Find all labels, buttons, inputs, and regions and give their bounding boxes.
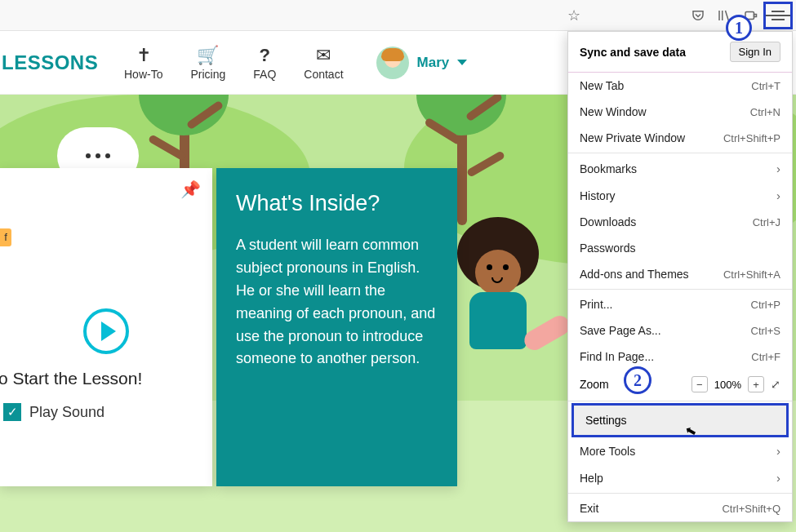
menu-new-private-window[interactable]: New Private WindowCtrl+Shift+P <box>568 125 792 151</box>
menu-find-in-page[interactable]: Find In Page...Ctrl+F <box>568 344 792 370</box>
pocket-icon[interactable] <box>685 4 711 27</box>
sign-in-button[interactable]: Sign In <box>730 42 780 62</box>
app-menu: Sync and save data Sign In New TabCtrl+T… <box>567 31 793 522</box>
settings-label: Settings <box>585 414 627 427</box>
menu-sync-row[interactable]: Sync and save data Sign In <box>568 32 792 73</box>
menu-item-hint: Ctrl+Shift+Q <box>722 503 780 515</box>
menu-item-label: Help <box>580 472 603 485</box>
sync-label: Sync and save data <box>580 46 686 59</box>
zoom-value: 100% <box>714 379 741 391</box>
menu-item-label: Find In Page... <box>580 350 654 363</box>
fullscreen-icon[interactable]: ⤢ <box>771 378 780 391</box>
cross-icon: ✝ <box>136 45 151 66</box>
menu-item-hint: Ctrl+F <box>751 351 780 363</box>
student-illustration <box>457 217 547 364</box>
zoom-out-button[interactable]: − <box>691 376 708 392</box>
zoom-label: Zoom <box>580 378 609 391</box>
brand-title[interactable]: LESSONS <box>2 51 83 74</box>
menu-item-label: New Private Window <box>580 131 685 144</box>
menu-item-label: Exit <box>580 502 598 515</box>
menu-item-hint: Ctrl+Shift+A <box>723 268 780 281</box>
pin-icon[interactable]: 📌 <box>180 180 201 199</box>
menu-item-label: New Window <box>580 105 647 118</box>
menu-item-hint: Ctrl+P <box>751 299 780 311</box>
user-name: Mary <box>417 55 450 71</box>
svg-rect-1 <box>754 14 757 16</box>
chevron-right-icon: › <box>776 162 780 175</box>
menu-item-label: History <box>580 189 616 202</box>
lesson-card: 📌 f o Start the Lesson! ✓ Play Sound <box>0 168 212 486</box>
nav-howto[interactable]: ✝ How-To <box>124 45 162 81</box>
hamburger-icon <box>772 11 785 20</box>
menu-save-page-as[interactable]: Save Page As...Ctrl+S <box>568 317 792 344</box>
start-lesson-text: o Start the Lesson! <box>0 369 199 388</box>
info-title: What's Inside? <box>236 191 438 216</box>
caret-down-icon <box>457 60 467 65</box>
menu-item-label: Downloads <box>580 215 636 228</box>
checkbox-checked-icon: ✓ <box>3 403 21 421</box>
info-card: What's Inside? A student will learn comm… <box>216 168 457 486</box>
play-sound-label: Play Sound <box>29 404 105 421</box>
nav-faq[interactable]: ? FAQ <box>253 45 276 81</box>
info-text: A student will learn common subject pron… <box>236 234 438 370</box>
menu-new-tab[interactable]: New TabCtrl+T <box>568 73 792 99</box>
menu-history[interactable]: History› <box>568 182 792 209</box>
menu-settings[interactable]: Settings ⬉ <box>571 403 789 437</box>
menu-item-hint: Ctrl+J <box>753 216 780 228</box>
annotation-badge-2: 2 <box>624 366 651 394</box>
tag-badge: f <box>0 228 11 246</box>
nav-label: Pricing <box>190 68 225 81</box>
avatar-icon <box>376 47 409 79</box>
browser-toolbar: ☆ <box>0 0 796 31</box>
menu-item-label: Add-ons and Themes <box>580 268 689 281</box>
app-menu-button[interactable] <box>763 2 793 29</box>
play-icon <box>101 321 116 341</box>
menu-zoom-row: Zoom 2 − 100% + ⤢ <box>568 370 792 399</box>
menu-item-hint: Ctrl+Shift+P <box>723 132 780 144</box>
menu-item-label: Print... <box>580 298 612 311</box>
play-button[interactable] <box>83 308 129 354</box>
nav-pricing[interactable]: 🛒 Pricing <box>190 45 225 81</box>
menu-print[interactable]: Print...Ctrl+P <box>568 291 792 317</box>
menu-downloads[interactable]: DownloadsCtrl+J <box>568 209 792 235</box>
user-menu[interactable]: Mary <box>376 47 468 79</box>
menu-more-tools[interactable]: More Tools› <box>568 437 792 464</box>
nav-label: Contact <box>304 68 343 81</box>
nav-contact[interactable]: ✉ Contact <box>304 45 343 81</box>
chevron-right-icon: › <box>776 471 780 485</box>
annotation-badge-1: 1 <box>726 15 752 41</box>
bookmark-star-icon[interactable]: ☆ <box>567 7 580 24</box>
menu-add-ons-and-themes[interactable]: Add-ons and ThemesCtrl+Shift+A <box>568 261 792 287</box>
zoom-in-button[interactable]: + <box>748 376 764 392</box>
menu-item-label: Bookmarks <box>580 162 637 175</box>
play-sound-toggle[interactable]: ✓ Play Sound <box>3 403 199 421</box>
menu-new-window[interactable]: New WindowCtrl+N <box>568 99 792 125</box>
question-icon: ? <box>260 45 270 66</box>
cart-icon: 🛒 <box>197 45 219 66</box>
menu-help[interactable]: Help› <box>568 464 792 491</box>
nav-label: FAQ <box>253 68 276 81</box>
chevron-right-icon: › <box>776 444 780 458</box>
menu-bookmarks[interactable]: Bookmarks› <box>568 155 792 182</box>
nav-label: How-To <box>124 68 162 81</box>
menu-item-label: Save Page As... <box>580 324 661 337</box>
menu-item-label: Passwords <box>580 242 635 255</box>
menu-item-hint: Ctrl+N <box>750 106 780 118</box>
chevron-right-icon: › <box>776 188 780 202</box>
envelope-icon: ✉ <box>316 45 331 66</box>
menu-passwords[interactable]: Passwords <box>568 235 792 261</box>
menu-item-label: New Tab <box>580 79 624 92</box>
menu-item-hint: Ctrl+T <box>751 80 780 92</box>
menu-item-hint: Ctrl+S <box>751 325 780 337</box>
menu-item-label: More Tools <box>580 445 635 458</box>
menu-exit[interactable]: Exit Ctrl+Shift+Q <box>568 495 792 521</box>
